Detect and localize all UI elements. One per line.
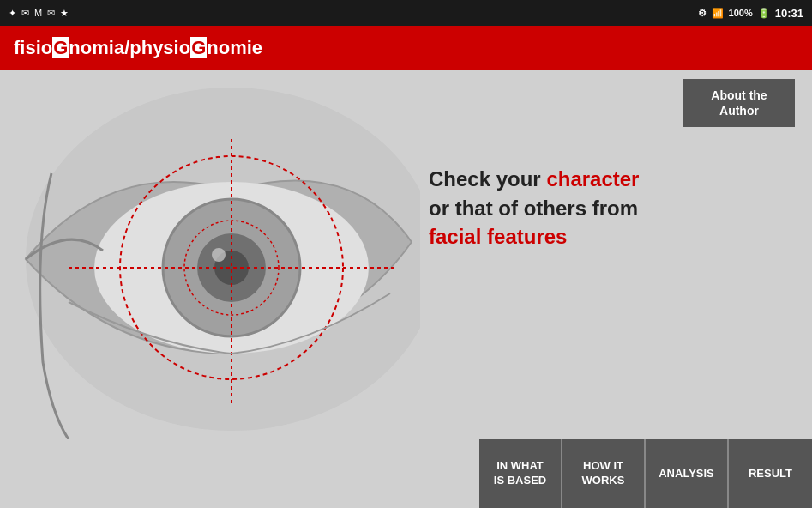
title-g1: G — [52, 37, 69, 58]
app-title: fisioGnomia/physioGnomie — [14, 37, 262, 59]
right-panel: About the Author Check your character or… — [420, 70, 812, 439]
gps-icon: ✦ — [9, 8, 16, 19]
star-icon: ★ — [60, 8, 69, 19]
sms-icon: ✉ — [21, 8, 29, 19]
tagline-line1: Check your — [429, 167, 546, 190]
tagline-line2: or that of others from — [429, 197, 638, 220]
title-mid: nomia/physio — [69, 37, 190, 58]
tagline-facial-features: facial features — [429, 225, 567, 248]
about-author-button[interactable]: About the Author — [683, 79, 795, 127]
app-header: fisioGnomia/physioGnomie — [0, 26, 812, 70]
battery-text: 100% — [729, 8, 753, 18]
status-bar: ✦ ✉ M ✉ ★ ⚙ 📶 100% 🔋 10:31 — [0, 0, 812, 26]
tagline: Check your character or that of others f… — [429, 165, 795, 251]
bottom-navigation: IN WHATIS BASED HOW ITWORKS ANALYSIS RES… — [0, 439, 812, 508]
title-g2: G — [190, 37, 207, 58]
tagline-character: character — [546, 167, 639, 190]
result-button[interactable]: RESULT — [729, 439, 812, 508]
title-end: nomie — [207, 37, 262, 58]
gmail-icon: M — [34, 8, 42, 18]
in-what-is-based-button[interactable]: IN WHATIS BASED — [479, 439, 562, 508]
clock: 10:31 — [775, 7, 803, 20]
eye-svg — [0, 70, 420, 439]
app-container: fisioGnomia/physioGnomie — [0, 26, 812, 508]
analysis-button[interactable]: ANALYSIS — [646, 439, 729, 508]
title-before: fisio — [14, 37, 52, 58]
how-it-works-button[interactable]: HOW ITWORKS — [562, 439, 646, 508]
svg-point-6 — [212, 248, 226, 262]
status-icons-left: ✦ ✉ M ✉ ★ — [9, 8, 69, 19]
status-right: ⚙ 📶 100% 🔋 10:31 — [698, 7, 803, 20]
settings-icon: ⚙ — [698, 8, 707, 19]
wifi-icon: 📶 — [712, 8, 724, 19]
msg-icon: ✉ — [47, 8, 55, 19]
main-content: About the Author Check your character or… — [0, 70, 812, 508]
eye-illustration — [0, 70, 420, 439]
battery-icon: 🔋 — [758, 8, 770, 19]
